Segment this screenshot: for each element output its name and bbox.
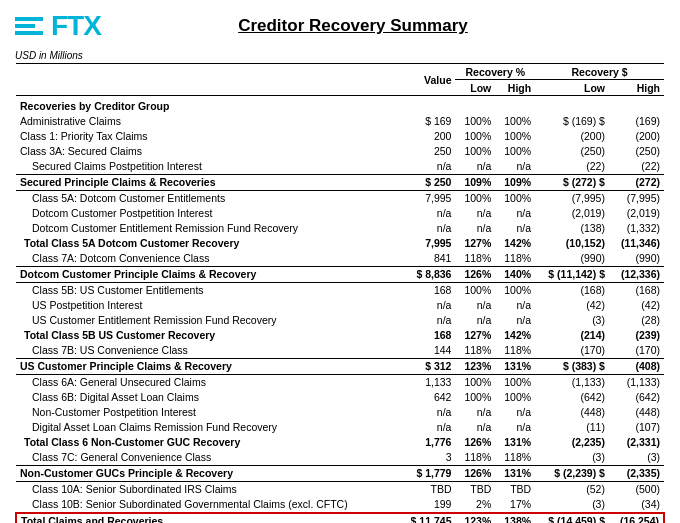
row-claims: $ 312: [400, 358, 456, 374]
row-dollar-high: (107): [609, 420, 664, 435]
row-rec-low: n/a: [455, 206, 495, 221]
col-header-recovery-pct: Recovery %: [455, 64, 535, 80]
row-rec-high: n/a: [495, 298, 535, 313]
row-rec-low: 100%: [455, 114, 495, 129]
row-claims: 144: [400, 343, 456, 359]
row-rec-low: 126%: [455, 465, 495, 481]
row-dollar-high: (1,332): [609, 221, 664, 236]
table-row: Class 5A: Dotcom Customer Entitlements 7…: [16, 190, 664, 206]
row-dollar-low: (170): [535, 343, 609, 359]
row-rec-low: n/a: [455, 405, 495, 420]
row-dollar-high: (7,995): [609, 190, 664, 206]
table-row: Recoveries by Creditor Group: [16, 96, 664, 114]
row-dollar-low: $ (14,459) $: [535, 513, 609, 524]
row-rec-high: 100%: [495, 190, 535, 206]
logo-bar-mid: [15, 24, 35, 28]
row-label: Class 3A: Secured Claims: [16, 144, 400, 159]
row-dollar-high: (250): [609, 144, 664, 159]
row-rec-low: 2%: [455, 497, 495, 513]
row-dollar-high: (22): [609, 159, 664, 175]
row-label: Class 5B: US Customer Entitlements: [16, 282, 400, 298]
row-rec-low: 118%: [455, 251, 495, 267]
col-header-group: [16, 64, 400, 96]
row-dollar-high: (2,335): [609, 465, 664, 481]
row-dollar-high: (168): [609, 282, 664, 298]
row-rec-low: 100%: [455, 144, 495, 159]
row-label: Class 10B: Senior Subordinated Governmen…: [16, 497, 400, 513]
row-claims: [400, 96, 456, 114]
row-label: Class 7A: Dotcom Convenience Class: [16, 251, 400, 267]
row-label: Total Class 5B US Customer Recovery: [16, 328, 400, 343]
row-claims: 7,995: [400, 236, 456, 251]
row-dollar-high: (3): [609, 450, 664, 466]
row-dollar-high: (2,331): [609, 435, 664, 450]
row-rec-high: n/a: [495, 313, 535, 328]
row-dollar-high: (28): [609, 313, 664, 328]
row-rec-high: n/a: [495, 221, 535, 236]
row-claims: 250: [400, 144, 456, 159]
row-claims: n/a: [400, 159, 456, 175]
table-row: Non-Customer Postpetition Interest n/a n…: [16, 405, 664, 420]
row-claims: 168: [400, 282, 456, 298]
row-claims: n/a: [400, 313, 456, 328]
row-claims: $ 1,779: [400, 465, 456, 481]
row-rec-low: 100%: [455, 190, 495, 206]
page-title: Creditor Recovery Summary: [121, 16, 585, 36]
row-dollar-high: (16,254): [609, 513, 664, 524]
row-dollar-high: (169): [609, 114, 664, 129]
row-claims: 841: [400, 251, 456, 267]
row-rec-low: 118%: [455, 343, 495, 359]
row-dollar-high: [609, 96, 664, 114]
logo-bar-top: [15, 17, 43, 21]
row-claims: 642: [400, 390, 456, 405]
row-claims: 7,995: [400, 190, 456, 206]
row-rec-low: 123%: [455, 513, 495, 524]
logo-text: FTX: [51, 10, 101, 42]
row-dollar-high: (990): [609, 251, 664, 267]
logo: FTX: [15, 10, 101, 42]
row-label: Recoveries by Creditor Group: [16, 96, 400, 114]
row-dollar-low: (990): [535, 251, 609, 267]
row-claims: 3: [400, 450, 456, 466]
row-label: Class 10A: Senior Subordinated IRS Claim…: [16, 481, 400, 497]
row-rec-low: n/a: [455, 298, 495, 313]
row-dollar-low: (52): [535, 481, 609, 497]
table-row: Total Claims and Recoveries $ 11,745 123…: [16, 513, 664, 524]
row-rec-low: n/a: [455, 313, 495, 328]
table-row: Secured Claims Postpetition Interest n/a…: [16, 159, 664, 175]
row-dollar-low: (3): [535, 313, 609, 328]
row-label: Administrative Claims: [16, 114, 400, 129]
col-header-high1: High: [495, 80, 535, 96]
row-rec-low: 100%: [455, 129, 495, 144]
table-row: Total Class 5B US Customer Recovery 168 …: [16, 328, 664, 343]
row-dollar-low: (2,019): [535, 206, 609, 221]
table-row: Total Class 5A Dotcom Customer Recovery …: [16, 236, 664, 251]
row-rec-high: 131%: [495, 358, 535, 374]
row-dollar-low: (448): [535, 405, 609, 420]
row-rec-low: [455, 96, 495, 114]
row-claims: n/a: [400, 405, 456, 420]
row-dollar-high: (11,346): [609, 236, 664, 251]
row-rec-high: 118%: [495, 251, 535, 267]
row-dollar-low: (2,235): [535, 435, 609, 450]
row-label: Class 5A: Dotcom Customer Entitlements: [16, 190, 400, 206]
row-label: US Postpetition Interest: [16, 298, 400, 313]
row-dollar-low: (138): [535, 221, 609, 236]
row-dollar-high: (42): [609, 298, 664, 313]
row-rec-low: n/a: [455, 159, 495, 175]
table-row: Digital Asset Loan Claims Remission Fund…: [16, 420, 664, 435]
table-row: Class 7A: Dotcom Convenience Class 841 1…: [16, 251, 664, 267]
row-label: Dotcom Customer Postpetition Interest: [16, 206, 400, 221]
row-label: US Customer Entitlement Remission Fund R…: [16, 313, 400, 328]
col-header-low1: Low: [455, 80, 495, 96]
row-label: Class 7C: General Convenience Class: [16, 450, 400, 466]
table-row: Non-Customer GUCs Principle & Recovery $…: [16, 465, 664, 481]
row-label: US Customer Principle Claims & Recovery: [16, 358, 400, 374]
row-label: Non-Customer Postpetition Interest: [16, 405, 400, 420]
row-rec-high: 131%: [495, 465, 535, 481]
row-claims: 168: [400, 328, 456, 343]
row-dollar-low: (214): [535, 328, 609, 343]
row-dollar-high: (408): [609, 358, 664, 374]
table-row: Class 5B: US Customer Entitlements 168 1…: [16, 282, 664, 298]
row-dollar-high: (1,133): [609, 374, 664, 390]
